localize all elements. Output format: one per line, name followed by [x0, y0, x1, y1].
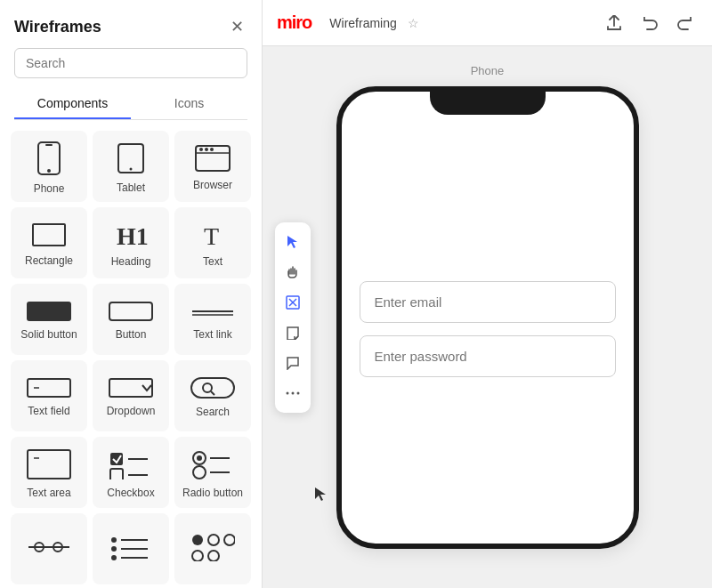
sidebar: Wireframes ✕ Components Icons Phone [0, 0, 263, 588]
svg-point-2 [47, 169, 51, 173]
component-checkbox-label: Checkbox [107, 487, 154, 499]
svg-point-54 [297, 391, 300, 394]
tab-components[interactable]: Components [14, 89, 131, 119]
component-tablet-label: Tablet [117, 181, 145, 194]
search-container [0, 48, 262, 89]
svg-point-8 [205, 148, 208, 151]
svg-point-39 [111, 546, 117, 552]
phone-canvas-label: Phone [471, 64, 505, 77]
text-icon: T [200, 222, 225, 248]
component-dropdown-label: Dropdown [107, 405, 156, 417]
search-input[interactable] [14, 48, 247, 78]
component-button[interactable]: Button [93, 284, 169, 355]
svg-point-53 [292, 391, 295, 394]
password-field[interactable] [360, 335, 616, 377]
redo-button[interactable] [673, 11, 698, 36]
component-text-link-label: Text link [193, 328, 231, 341]
component-radio-group[interactable] [174, 513, 251, 584]
sticky-tool-button[interactable] [279, 318, 307, 347]
svg-point-44 [208, 535, 219, 545]
star-icon[interactable]: ☆ [408, 16, 419, 30]
text-area-icon [27, 449, 71, 479]
radio-group-icon [190, 533, 235, 561]
component-search[interactable]: Search [174, 360, 251, 431]
upload-button[interactable] [602, 11, 627, 36]
sidebar-header: Wireframes ✕ [0, 0, 262, 48]
phone-notch [430, 92, 546, 115]
component-dropdown[interactable]: Dropdown [93, 360, 169, 431]
tab-icons[interactable]: Icons [131, 89, 247, 119]
svg-point-30 [197, 455, 202, 461]
phone-icon [35, 141, 63, 175]
svg-line-22 [211, 391, 214, 395]
components-grid: Phone Tablet Br [0, 120, 262, 588]
workspace-label: Wireframing [329, 16, 396, 30]
undo-button[interactable] [637, 11, 662, 36]
more-tools-button[interactable] [279, 379, 307, 407]
component-rectangle[interactable]: Rectangle [11, 207, 87, 278]
component-heading[interactable]: H1 Heading [93, 207, 169, 278]
miro-logo: miro [277, 12, 312, 33]
component-text[interactable]: T Text [174, 207, 251, 278]
component-browser[interactable]: Browser [174, 131, 251, 202]
close-button[interactable]: ✕ [226, 16, 247, 37]
frame-tool-button[interactable] [279, 288, 307, 317]
component-heading-label: Heading [111, 255, 151, 268]
search-icon [190, 377, 235, 399]
component-checkbox[interactable]: Checkbox [93, 437, 169, 508]
component-text-link[interactable]: Text link [174, 284, 251, 355]
canvas-area: Phone [263, 46, 712, 588]
component-text-label: Text [203, 255, 222, 268]
component-text-area-label: Text area [27, 487, 70, 499]
component-tablet[interactable]: Tablet [93, 131, 169, 202]
rectangle-icon [31, 222, 67, 247]
solid-button-icon [27, 302, 71, 321]
svg-rect-10 [33, 224, 65, 246]
slider-icon [27, 540, 71, 554]
comment-tool-button[interactable] [279, 349, 307, 377]
component-text-area[interactable]: Text area [11, 437, 87, 508]
cursor-tool-button[interactable] [279, 228, 307, 256]
svg-point-41 [111, 555, 117, 560]
browser-icon [195, 145, 231, 172]
component-phone-label: Phone [34, 182, 65, 195]
svg-point-4 [130, 168, 133, 171]
svg-point-46 [192, 551, 203, 561]
component-solid-button[interactable]: Solid button [11, 284, 87, 355]
dropdown-icon [109, 378, 153, 398]
svg-text:H1: H1 [117, 222, 149, 248]
component-text-field[interactable]: Text field [11, 360, 87, 431]
svg-rect-13 [27, 302, 71, 321]
cursor-indicator [314, 487, 327, 499]
svg-point-7 [199, 148, 203, 151]
component-radio-button-label: Radio button [182, 487, 243, 499]
tablet-icon [115, 142, 147, 174]
svg-point-9 [210, 148, 214, 151]
component-button-label: Button [116, 328, 147, 341]
phone-content [342, 115, 634, 544]
svg-text:T: T [204, 222, 219, 248]
text-field-icon [27, 378, 71, 398]
svg-point-37 [111, 537, 117, 543]
svg-marker-55 [315, 487, 326, 501]
svg-point-47 [208, 551, 219, 561]
svg-marker-48 [287, 236, 297, 248]
component-phone[interactable]: Phone [11, 131, 87, 202]
heading-icon: H1 [113, 222, 149, 248]
component-slider[interactable] [11, 513, 87, 584]
main-canvas: miro Wireframing ☆ Phone [263, 0, 712, 588]
phone-mockup [336, 86, 639, 549]
email-field[interactable] [360, 281, 616, 323]
topbar: miro Wireframing ☆ [263, 0, 712, 46]
svg-point-32 [193, 466, 206, 479]
component-rectangle-label: Rectangle [25, 254, 73, 267]
svg-rect-27 [110, 469, 123, 479]
svg-rect-23 [28, 450, 70, 479]
hand-tool-button[interactable] [279, 258, 307, 286]
component-search-label: Search [196, 406, 230, 418]
svg-point-21 [203, 383, 212, 392]
tabs-container: Components Icons [14, 89, 247, 120]
component-list[interactable] [93, 513, 169, 584]
component-radio-button[interactable]: Radio button [174, 437, 251, 508]
radio-button-icon [190, 449, 235, 479]
